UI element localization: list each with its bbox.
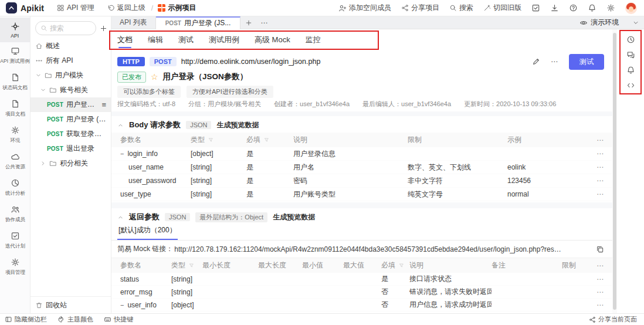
table-row[interactable]: status [string] 是 接口请求状态 ⋯: [111, 273, 612, 286]
tree-search-input[interactable]: [50, 24, 91, 32]
collapse-row-icon[interactable]: −: [120, 302, 124, 309]
tree-api-login-form[interactable]: POST 用户登录 (表...: [30, 112, 111, 127]
breadcrumb-project[interactable]: 示例项目: [158, 3, 196, 13]
row-more-icon[interactable]: ⋯: [592, 190, 612, 198]
notifications-button[interactable]: [588, 4, 596, 12]
apikit-logo-icon[interactable]: [6, 2, 17, 13]
theme-color-button[interactable]: 主题颜色: [57, 315, 93, 324]
sidebar-item-project-docs[interactable]: 项目文档: [0, 95, 30, 121]
filter-icon[interactable]: [399, 263, 404, 268]
edit-api-button[interactable]: [532, 57, 540, 66]
tree-api-login-json[interactable]: POST 用户登录 (JSO... ≡: [30, 97, 111, 112]
subscribe-button[interactable]: [626, 66, 635, 75]
sidebar-item-api-test-cases[interactable]: API 测试用例: [0, 42, 30, 69]
tab-test[interactable]: 测试: [178, 29, 194, 50]
response-tab-default-200[interactable]: [默认]成功（200）: [117, 225, 178, 240]
tree-folder-account[interactable]: 账号相关: [30, 83, 111, 97]
tree-api-login-status[interactable]: POST 获取登录状态: [30, 127, 111, 141]
help-button[interactable]: [569, 4, 578, 12]
row-more-icon[interactable]: ⋯: [595, 275, 612, 283]
test-button[interactable]: 测试: [569, 54, 604, 70]
tab-test-cases[interactable]: 测试用例: [209, 29, 239, 50]
add-api-button[interactable]: [100, 25, 107, 32]
history-button[interactable]: [626, 35, 635, 44]
column-more-icon[interactable]: ⋯: [595, 262, 612, 270]
share-project-button[interactable]: 分享项目: [401, 3, 439, 13]
sidebar-item-environment[interactable]: 环境: [0, 121, 30, 148]
sidebar-item-iteration-plan[interactable]: 迭代计划: [0, 227, 30, 253]
tab-api-list[interactable]: API 列表: [111, 16, 156, 29]
tab-active-api[interactable]: POST 用户登录 (JS...: [156, 16, 241, 29]
sidebar-item-project-settings[interactable]: 项目管理: [0, 253, 30, 280]
download-button[interactable]: [550, 4, 559, 12]
vertical-scrollbar[interactable]: [612, 29, 617, 313]
table-row[interactable]: user_name [string] 是 用户名 数字、英文、下划线 eolin…: [111, 161, 612, 174]
main-column: API 列表 POST 用户登录 (JS... ⋯ 演示环境: [111, 16, 644, 313]
share-current-page-button[interactable]: 分享当前页面: [589, 315, 637, 324]
api-manage-menu[interactable]: API 管理: [57, 3, 94, 13]
environment-selector[interactable]: 演示环境: [579, 18, 644, 28]
meta-last-editor: 最后编辑人：user_b1vf346e4a: [362, 100, 451, 109]
search-button[interactable]: 搜索: [449, 3, 473, 13]
table-row[interactable]: user_password [string] 是 密码 非中文字符 123456…: [111, 174, 612, 188]
sidebar-item-members[interactable]: 协作成员: [0, 201, 30, 227]
tag-chip[interactable]: 方便对API进行筛选和分类: [187, 86, 273, 98]
table-row[interactable]: user_type [string] 是 用户账号类型 纯英文字母 normal…: [111, 188, 612, 201]
table-row[interactable]: −user_info [object] 否 用户信息，请求成功时返回 ⋯: [111, 299, 612, 312]
back-to-parent[interactable]: 返回上级: [107, 3, 145, 13]
tag-chip[interactable]: 可以添加多个标签: [117, 86, 181, 98]
sidebar-item-public-resources[interactable]: 公共资源: [0, 148, 30, 174]
sidebar-item-api[interactable]: API: [0, 18, 30, 42]
body-params-table: 参数名 类型 必填 说明 限制 示例 ⋯ −login_info [object…: [111, 133, 612, 201]
row-more-icon[interactable]: ⋯: [595, 301, 612, 309]
tab-document[interactable]: 文档: [117, 29, 133, 50]
new-tab-button[interactable]: [240, 19, 257, 26]
generate-preview-button[interactable]: 生成预览数据: [216, 120, 259, 130]
table-row[interactable]: error_msg [string] 否 错误消息，请求失败时返回 ⋯: [111, 286, 612, 299]
table-row[interactable]: token [string] 否 用户访问token ⋯: [111, 312, 612, 313]
sidebar-item-status-code-docs[interactable]: 状态码文档: [0, 69, 30, 95]
table-row[interactable]: −login_info [object] 是 用户登录信息 ⋯: [111, 147, 612, 161]
row-more-icon[interactable]: ⋯: [592, 150, 612, 158]
chevron-down-icon[interactable]: [632, 19, 639, 26]
collapse-icon[interactable]: [117, 122, 124, 128]
collapse-icon[interactable]: [117, 214, 124, 221]
undo-icon: [107, 4, 115, 12]
generate-preview-button[interactable]: 生成预览数据: [273, 212, 315, 222]
tab-monitor[interactable]: 监控: [306, 29, 321, 50]
tab-edit[interactable]: 编辑: [148, 29, 163, 50]
section-separator: [111, 202, 612, 208]
copy-mock-url-button[interactable]: [596, 245, 604, 253]
column-more-icon[interactable]: ⋯: [592, 136, 612, 144]
user-avatar[interactable]: [625, 2, 637, 14]
tree-search-box[interactable]: [35, 21, 96, 35]
filter-icon[interactable]: [264, 137, 269, 143]
hide-sidebar-button[interactable]: 隐藏侧边栏: [5, 315, 47, 324]
row-more-icon[interactable]: ⋯: [595, 288, 612, 296]
row-more-icon[interactable]: ⋯: [592, 163, 612, 171]
comments-button[interactable]: [626, 50, 635, 59]
tree-folder-points[interactable]: 积分相关: [30, 156, 111, 171]
sidebar-item-statistics[interactable]: 统计分析: [0, 174, 30, 201]
switch-old-version-button[interactable]: 切回旧版: [483, 3, 521, 13]
scrollbar-thumb[interactable]: [613, 33, 616, 310]
tab-advanced-mock[interactable]: 高级 Mock: [255, 29, 290, 50]
settings-button[interactable]: [606, 4, 615, 12]
row-menu-icon[interactable]: ≡: [101, 100, 106, 109]
filter-icon[interactable]: [189, 263, 194, 268]
add-space-member-button[interactable]: 添加空间成员: [338, 3, 391, 13]
row-more-icon[interactable]: ⋯: [592, 177, 612, 185]
tree-item-overview[interactable]: 概述: [30, 39, 111, 53]
tree-item-trash[interactable]: 回收站: [30, 297, 111, 313]
api-more-button[interactable]: ⋯: [551, 57, 558, 66]
task-approval-button[interactable]: [531, 4, 540, 12]
tree-api-logout[interactable]: POST 退出登录: [30, 141, 111, 156]
star-icon[interactable]: ☆: [151, 72, 158, 82]
tree-item-all-api[interactable]: 所有 API: [30, 53, 111, 68]
tree-folder-user-module[interactable]: 用户模块: [30, 68, 111, 83]
filter-icon[interactable]: [208, 137, 213, 143]
shortcuts-button[interactable]: 快捷键: [104, 315, 133, 324]
code-generate-button[interactable]: [626, 81, 635, 90]
tab-more-button[interactable]: ⋯: [257, 19, 272, 27]
collapse-row-icon[interactable]: −: [120, 150, 124, 157]
